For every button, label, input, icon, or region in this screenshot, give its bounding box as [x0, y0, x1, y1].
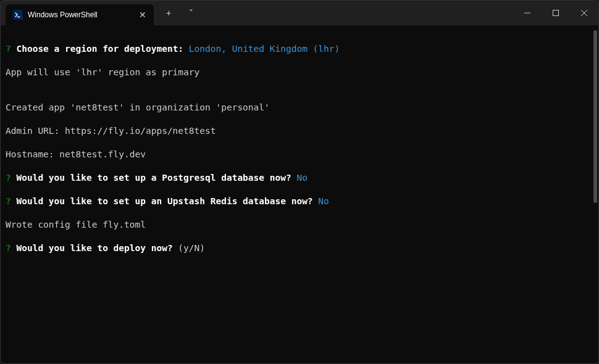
prompt-hint: (y/N)	[178, 243, 210, 253]
output-line: ? Would you like to set up a Postgresql …	[6, 172, 593, 184]
prompt-question: Would you like to set up a Postgresql da…	[11, 173, 297, 183]
output-line: ? Would you like to deploy now? (y/N)	[6, 242, 593, 254]
active-tab[interactable]: Windows PowerShell ✕	[6, 4, 154, 25]
prompt-marker-icon: ?	[6, 243, 11, 253]
prompt-question: Would you like to deploy now?	[11, 243, 178, 253]
output-line: Admin URL: https://fly.io/apps/net8test	[6, 125, 593, 137]
tab-title: Windows PowerShell	[28, 10, 133, 19]
output-line: Created app 'net8test' in organization '…	[6, 102, 593, 114]
prompt-marker-icon: ?	[6, 173, 11, 183]
tab-dropdown-button[interactable]: ˅	[181, 4, 201, 22]
maximize-button[interactable]	[542, 1, 570, 25]
terminal-output[interactable]: ? Choose a region for deployment: London…	[1, 25, 598, 363]
tab-close-button[interactable]: ✕	[138, 10, 148, 20]
new-tab-button[interactable]: +	[159, 4, 178, 22]
output-line: ? Would you like to set up an Upstash Re…	[6, 196, 593, 207]
output-line: App will use 'lhr' region as primary	[6, 67, 593, 78]
prompt-answer: No	[296, 173, 307, 183]
prompt-question: Would you like to set up an Upstash Redi…	[11, 196, 319, 206]
titlebar-drag-area[interactable]	[206, 1, 513, 25]
output-line: Wrote config file fly.toml	[6, 219, 593, 231]
prompt-answer: No	[318, 196, 329, 206]
titlebar: Windows PowerShell ✕ + ˅	[1, 1, 598, 25]
prompt-marker-icon: ?	[6, 44, 11, 54]
output-line: Hostname: net8test.fly.dev	[6, 149, 593, 160]
minimize-button[interactable]	[513, 1, 542, 25]
powershell-icon	[13, 10, 23, 20]
tab-actions: + ˅	[154, 1, 206, 25]
scrollbar-thumb[interactable]	[593, 30, 597, 203]
output-line: ? Choose a region for deployment: London…	[6, 43, 593, 55]
prompt-question: Choose a region for deployment:	[11, 44, 189, 54]
prompt-marker-icon: ?	[6, 196, 11, 206]
svg-rect-3	[553, 10, 559, 16]
prompt-answer: London, United Kingdom (lhr)	[189, 44, 340, 54]
window-controls	[513, 1, 598, 25]
close-window-button[interactable]	[570, 1, 598, 25]
